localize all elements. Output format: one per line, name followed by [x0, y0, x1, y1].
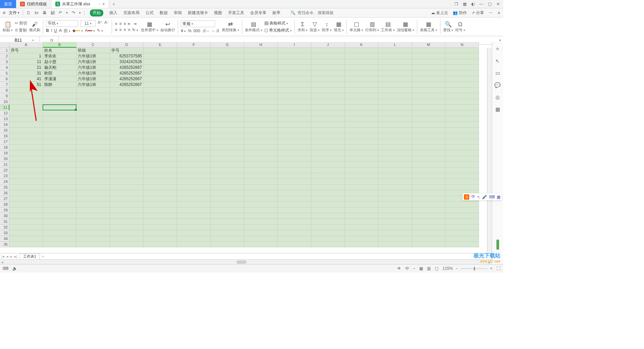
cell[interactable]: [110, 145, 144, 150]
cell[interactable]: [144, 59, 177, 65]
cell[interactable]: [144, 122, 177, 128]
cell[interactable]: [211, 219, 244, 225]
cell[interactable]: 李潇潇: [43, 76, 76, 82]
cell[interactable]: [445, 179, 479, 185]
cell[interactable]: [76, 139, 110, 145]
cell[interactable]: [311, 213, 345, 219]
cell[interactable]: [244, 242, 278, 247]
cell[interactable]: [345, 185, 378, 190]
cell[interactable]: [144, 82, 177, 88]
cell[interactable]: [311, 167, 345, 173]
cell[interactable]: 欧阳: [43, 70, 76, 76]
hscroll-thumb[interactable]: [236, 260, 247, 264]
cell[interactable]: [177, 70, 211, 76]
cell[interactable]: [311, 65, 345, 70]
cell[interactable]: [211, 122, 244, 128]
cell[interactable]: [144, 173, 177, 179]
cell[interactable]: [445, 133, 479, 139]
cell[interactable]: [445, 128, 479, 133]
cell[interactable]: [110, 122, 144, 128]
sheet-nav-prev[interactable]: ◂: [6, 254, 8, 259]
cell[interactable]: [177, 167, 211, 173]
cell[interactable]: [9, 242, 43, 247]
cell[interactable]: [211, 162, 244, 167]
col-header[interactable]: A: [9, 42, 43, 48]
cell[interactable]: [110, 190, 144, 196]
cell[interactable]: [445, 88, 479, 93]
cell[interactable]: [76, 202, 110, 207]
row-header[interactable]: 13: [0, 116, 9, 122]
cell[interactable]: [211, 179, 244, 185]
cell[interactable]: [43, 93, 76, 99]
zoom-control[interactable]: 115% − +: [442, 266, 492, 271]
select-all-corner[interactable]: [0, 42, 9, 48]
cell[interactable]: [345, 207, 378, 213]
cell[interactable]: [345, 202, 378, 207]
sum-button[interactable]: Σ求和: [298, 21, 308, 33]
align-bot-button[interactable]: ≡: [123, 21, 126, 26]
cell[interactable]: [345, 242, 378, 247]
cell[interactable]: [278, 128, 311, 133]
cell[interactable]: [43, 145, 76, 150]
cell[interactable]: [144, 219, 177, 225]
cell[interactable]: [278, 116, 311, 122]
cell[interactable]: [211, 225, 244, 230]
cell[interactable]: [445, 167, 479, 173]
cell[interactable]: [244, 185, 278, 190]
cell[interactable]: [378, 207, 412, 213]
cell[interactable]: [110, 162, 144, 167]
cell[interactable]: [311, 53, 345, 59]
cell[interactable]: [278, 110, 311, 116]
row-header[interactable]: 15: [0, 128, 9, 133]
cell[interactable]: [378, 76, 412, 82]
cell[interactable]: 六年级1班: [76, 65, 110, 70]
ime-kb-icon[interactable]: ⌨: [489, 195, 495, 199]
cell[interactable]: [445, 65, 479, 70]
cell[interactable]: [76, 105, 110, 110]
font-select[interactable]: 等线: [46, 20, 78, 27]
redo-button[interactable]: ↷: [72, 10, 75, 15]
cell[interactable]: [76, 213, 110, 219]
cell[interactable]: [144, 76, 177, 82]
cell[interactable]: [211, 48, 244, 53]
cell[interactable]: [311, 93, 345, 99]
cell[interactable]: [311, 150, 345, 156]
cell[interactable]: [378, 122, 412, 128]
cell[interactable]: [311, 236, 345, 242]
cell[interactable]: [378, 150, 412, 156]
cell[interactable]: [445, 105, 479, 110]
cell[interactable]: [311, 76, 345, 82]
cell[interactable]: [378, 53, 412, 59]
cell[interactable]: [378, 59, 412, 65]
cell[interactable]: [345, 48, 378, 53]
cell[interactable]: [244, 70, 278, 76]
cell[interactable]: [110, 133, 144, 139]
col-header[interactable]: F: [177, 42, 211, 48]
cell[interactable]: [211, 139, 244, 145]
cell[interactable]: [76, 225, 110, 230]
cell[interactable]: 六年级1班: [76, 76, 110, 82]
cell[interactable]: [345, 196, 378, 202]
freeze-button[interactable]: ▦冻结窗格: [397, 21, 414, 33]
ribbontab-data[interactable]: 数据: [160, 10, 168, 16]
cell[interactable]: [177, 128, 211, 133]
row-header[interactable]: 22: [0, 167, 9, 173]
worksheet-button[interactable]: ▤工作表: [381, 21, 395, 33]
col-header[interactable]: I: [278, 42, 311, 48]
row-header[interactable]: 7: [0, 82, 9, 88]
cond-format-button[interactable]: ▤条件格式: [245, 21, 262, 33]
cell[interactable]: [244, 167, 278, 173]
cell[interactable]: [278, 185, 311, 190]
cell[interactable]: [177, 116, 211, 122]
cell[interactable]: [345, 65, 378, 70]
cell[interactable]: [278, 59, 311, 65]
cell[interactable]: [445, 93, 479, 99]
cell[interactable]: 班级: [76, 48, 110, 53]
cell[interactable]: [244, 99, 278, 105]
cell[interactable]: [278, 53, 311, 59]
cell[interactable]: [43, 230, 76, 236]
cell[interactable]: [378, 88, 412, 93]
cell[interactable]: [76, 156, 110, 162]
row-header[interactable]: 2: [0, 53, 9, 59]
cell[interactable]: [311, 242, 345, 247]
